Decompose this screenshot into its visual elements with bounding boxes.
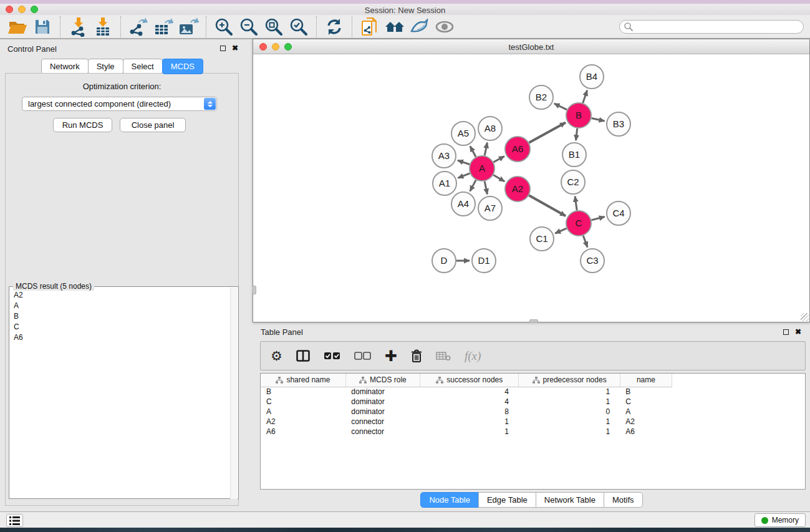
close-panel-icon[interactable]: ✖	[232, 45, 238, 51]
float-panel-icon[interactable]	[783, 329, 789, 335]
search-box[interactable]	[619, 20, 804, 34]
zoom-in-icon[interactable]	[211, 16, 236, 37]
import-table-icon[interactable]	[90, 16, 115, 37]
delete-table-icon[interactable]	[436, 351, 451, 361]
table-cell[interactable]: connector	[345, 417, 420, 427]
unselect-all-columns-icon[interactable]	[354, 352, 371, 360]
edge-C-C1[interactable]	[555, 228, 566, 233]
tab-node-table[interactable]: Node Table	[420, 492, 479, 508]
table-cell[interactable]: 1	[519, 397, 620, 407]
edge-A-A3[interactable]	[458, 160, 470, 164]
table-cell[interactable]: 1	[420, 427, 519, 437]
table-cell[interactable]: B	[261, 387, 345, 397]
zoom-selected-icon[interactable]	[286, 16, 311, 37]
column-header-successor-nodes[interactable]: successor nodes	[420, 374, 519, 387]
tab-style[interactable]: Style	[88, 59, 123, 74]
table-row[interactable]: A2connector11A2	[261, 417, 672, 427]
tab-select[interactable]: Select	[123, 59, 163, 74]
table-cell[interactable]: A6	[620, 427, 672, 437]
import-network-icon[interactable]	[65, 16, 90, 37]
edge-A-A4[interactable]	[470, 180, 476, 191]
optimization-criterion-select[interactable]: largest connected component (directed)	[22, 97, 217, 111]
result-list-scrollbar[interactable]	[230, 288, 238, 499]
table-cell[interactable]: A	[620, 407, 672, 417]
create-column-plus-icon[interactable]: ✚	[385, 349, 397, 362]
table-row[interactable]: Bdominator41B	[261, 387, 672, 397]
edge-A2-C[interactable]	[529, 195, 566, 216]
tab-motifs[interactable]: Motifs	[604, 492, 643, 508]
table-row[interactable]: Cdominator41C	[261, 397, 672, 407]
duplicate-network-icon[interactable]	[357, 16, 382, 37]
table-cell[interactable]: 1	[519, 417, 620, 427]
result-item[interactable]: B	[9, 311, 231, 321]
table-cell[interactable]: C	[620, 397, 672, 407]
result-item[interactable]: A6	[9, 332, 231, 342]
select-all-columns-icon[interactable]	[324, 352, 340, 360]
home-view-icon[interactable]	[382, 16, 407, 37]
table-cell[interactable]: A2	[261, 417, 345, 427]
edge-A-A6[interactable]	[493, 156, 504, 162]
column-header-shared-name[interactable]: shared name	[261, 374, 345, 387]
edge-A-A5[interactable]	[470, 146, 476, 157]
network-horizontal-scrollbar[interactable]	[529, 319, 538, 322]
export-table-icon[interactable]	[151, 16, 176, 37]
table-cell[interactable]: dominator	[345, 397, 420, 407]
column-header-name[interactable]: name	[620, 374, 672, 387]
search-input[interactable]	[634, 21, 803, 32]
network-graph[interactable]: B4B2BB3A8A5A6B1A3AC2A1A2A4A7C4CC1C3DD1	[253, 55, 809, 322]
hide-selected-eye-icon[interactable]	[407, 16, 432, 37]
run-mcds-button[interactable]: Run MCDS	[53, 118, 112, 132]
table-cell[interactable]: A2	[620, 417, 672, 427]
edge-C-C3[interactable]	[583, 236, 587, 248]
column-header-MCDS-role[interactable]: MCDS role	[345, 374, 420, 387]
task-history-button[interactable]	[6, 514, 23, 527]
table-cell[interactable]: connector	[345, 427, 420, 437]
network-canvas[interactable]: B4B2BB3A8A5A6B1A3AC2A1A2A4A7C4CC1C3DD1	[253, 55, 809, 322]
edge-A6-B[interactable]	[529, 123, 566, 143]
refresh-icon[interactable]	[322, 16, 347, 37]
export-image-icon[interactable]	[176, 16, 201, 37]
float-panel-icon[interactable]	[220, 46, 226, 51]
show-columns-icon[interactable]	[296, 350, 310, 362]
edge-A-A7[interactable]	[485, 181, 487, 195]
mcds-result-list[interactable]: A2ABCA6	[9, 289, 231, 342]
select-stepper-icon[interactable]	[204, 98, 216, 110]
result-item[interactable]: C	[9, 321, 231, 332]
edge-C-C2[interactable]	[575, 196, 577, 210]
network-vertical-scrollbar[interactable]	[253, 286, 256, 294]
result-item[interactable]: A	[9, 300, 231, 311]
table-cell[interactable]: C	[261, 397, 345, 407]
table-cell[interactable]: B	[620, 387, 672, 397]
edge-A-A1[interactable]	[458, 173, 470, 178]
node-table[interactable]: shared nameMCDS rolesuccessor nodesprede…	[260, 373, 806, 490]
table-cell[interactable]: 4	[420, 397, 519, 407]
close-panel-icon[interactable]: ✖	[795, 329, 801, 335]
show-selected-eye-icon[interactable]	[432, 16, 457, 37]
memory-button[interactable]: Memory	[755, 513, 806, 527]
edge-A-A2[interactable]	[493, 175, 504, 181]
delete-column-trash-icon[interactable]	[411, 349, 422, 362]
column-header-predecessor-nodes[interactable]: predecessor nodes	[519, 374, 620, 387]
table-cell[interactable]: 8	[420, 407, 519, 417]
table-cell[interactable]: 1	[519, 387, 620, 397]
zoom-fit-icon[interactable]	[261, 16, 286, 37]
table-row[interactable]: Adominator80A	[261, 407, 672, 417]
table-cell[interactable]: 1	[420, 417, 519, 427]
table-cell[interactable]: dominator	[345, 387, 420, 397]
edge-B-B3[interactable]	[592, 118, 605, 121]
table-options-gear-icon[interactable]: ⚙	[271, 349, 282, 362]
edge-B-B1[interactable]	[576, 128, 577, 140]
table-cell[interactable]: dominator	[345, 407, 420, 417]
export-network-icon[interactable]	[126, 16, 151, 37]
function-builder-icon[interactable]: f(x)	[465, 349, 481, 363]
network-window-titlebar[interactable]: testGlobe.txt	[253, 39, 809, 54]
edge-B-B2[interactable]	[554, 104, 567, 110]
edge-C-C4[interactable]	[591, 217, 604, 220]
tab-edge-table[interactable]: Edge Table	[478, 492, 536, 508]
table-row[interactable]: A6connector11A6	[261, 427, 672, 437]
table-cell[interactable]: A6	[261, 427, 345, 437]
zoom-out-icon[interactable]	[236, 16, 261, 37]
tab-network[interactable]: Network	[41, 59, 89, 74]
save-session-icon[interactable]	[30, 16, 55, 37]
window-resize-handle-icon[interactable]	[801, 313, 809, 321]
